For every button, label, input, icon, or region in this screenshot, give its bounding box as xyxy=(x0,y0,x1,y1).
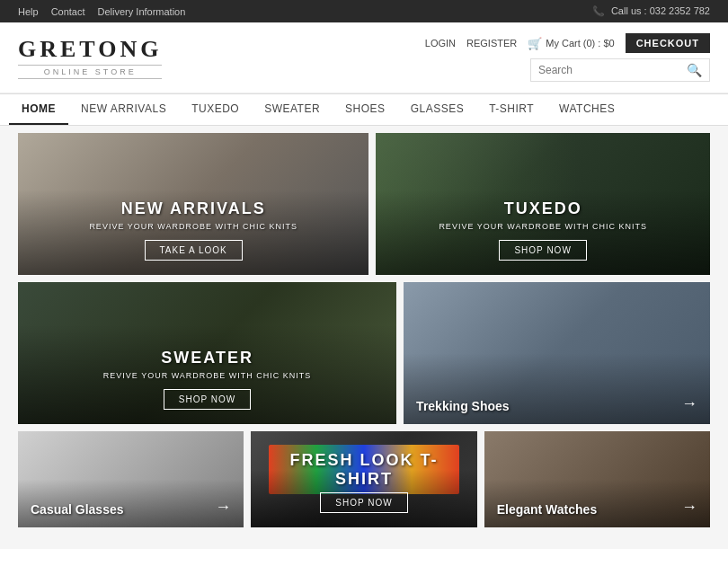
banner-glasses-label: Casual Glasses xyxy=(31,502,124,517)
nav-watches[interactable]: WATCHES xyxy=(546,94,627,125)
top-bar: Help Contact Delivery Information 📞 Call… xyxy=(0,0,728,22)
nav-tuxedo[interactable]: TUXEDO xyxy=(179,94,252,125)
banner-sweater-overlay: SWEATER REVIVE YOUR WARDROBE WITH CHIC K… xyxy=(18,334,396,424)
phone-area: 📞 Call us : 032 2352 782 xyxy=(592,5,710,17)
search-input[interactable] xyxy=(538,64,687,76)
header: GRETONG ONLINE STORE LOGIN REGISTER 🛒 My… xyxy=(0,22,728,93)
top-bar-links: Help Contact Delivery Information xyxy=(18,6,185,17)
banner-glasses-arrow: → xyxy=(215,498,231,517)
cart-icon: 🛒 xyxy=(528,37,542,50)
nav-new-arrivals[interactable]: NEW ARRIVALS xyxy=(68,94,179,125)
phone-icon: 📞 xyxy=(592,5,605,16)
cart-label: My Cart (0) : $0 xyxy=(546,38,614,49)
banner-watches-arrow: → xyxy=(681,498,697,517)
banner-glasses[interactable]: Casual Glasses → xyxy=(18,431,244,527)
header-actions: LOGIN REGISTER 🛒 My Cart (0) : $0 CHECKO… xyxy=(425,33,710,53)
main-nav: HOME NEW ARRIVALS TUXEDO SWEATER SHOES G… xyxy=(0,93,728,126)
header-right: LOGIN REGISTER 🛒 My Cart (0) : $0 CHECKO… xyxy=(425,33,710,82)
banner-new-arrivals-button[interactable]: TAKE A LOOK xyxy=(145,240,243,261)
banner-tuxedo-subtitle: REVIVE YOUR WARDROBE WITH CHIC KNITS xyxy=(390,222,696,231)
nav-glasses[interactable]: GLASSES xyxy=(398,94,477,125)
help-link[interactable]: Help xyxy=(18,6,39,17)
search-bar: 🔍 xyxy=(530,58,710,82)
banner-tshirt-title: FRESH LOOK T-SHIRT xyxy=(265,451,462,489)
banner-row-1: NEW ARRIVALS REVIVE YOUR WARDROBE WITH C… xyxy=(18,133,710,275)
contact-link[interactable]: Contact xyxy=(51,6,85,17)
banner-new-arrivals[interactable]: NEW ARRIVALS REVIVE YOUR WARDROBE WITH C… xyxy=(18,133,368,275)
banner-new-arrivals-title: NEW ARRIVALS xyxy=(32,199,354,218)
phone-number: Call us : 032 2352 782 xyxy=(611,5,710,16)
banner-tuxedo-title: TUXEDO xyxy=(390,199,696,218)
nav-sweater[interactable]: SWEATER xyxy=(252,94,333,125)
register-link[interactable]: REGISTER xyxy=(466,38,517,49)
banner-new-arrivals-subtitle: REVIVE YOUR WARDROBE WITH CHIC KNITS xyxy=(32,222,354,231)
banner-new-arrivals-overlay: NEW ARRIVALS REVIVE YOUR WARDROBE WITH C… xyxy=(18,185,368,275)
nav-home[interactable]: HOME xyxy=(9,94,68,125)
logo-name: GRETONG xyxy=(18,36,162,63)
banner-watches[interactable]: Elegant Watches → xyxy=(484,431,710,527)
banner-row-2: SWEATER REVIVE YOUR WARDROBE WITH CHIC K… xyxy=(18,282,710,424)
page-wrapper: Help Contact Delivery Information 📞 Call… xyxy=(0,0,728,584)
checkout-button[interactable]: CHECKOUT xyxy=(626,33,710,53)
banner-sweater[interactable]: SWEATER REVIVE YOUR WARDROBE WITH CHIC K… xyxy=(18,282,396,424)
logo-subtitle: ONLINE STORE xyxy=(18,65,162,79)
search-icon[interactable]: 🔍 xyxy=(687,63,702,77)
banner-sweater-button[interactable]: SHOP NOW xyxy=(164,389,251,410)
nav-shoes[interactable]: SHOES xyxy=(333,94,398,125)
logo[interactable]: GRETONG ONLINE STORE xyxy=(18,36,162,79)
banner-shoes[interactable]: Trekking Shoes → xyxy=(404,282,710,424)
banner-shoes-arrow: → xyxy=(681,394,697,413)
main-content: NEW ARRIVALS REVIVE YOUR WARDROBE WITH C… xyxy=(0,126,728,549)
banner-shoes-label: Trekking Shoes xyxy=(416,399,509,413)
banner-tshirt-overlay: FRESH LOOK T-SHIRT SHOP NOW xyxy=(251,437,476,527)
nav-tshirt[interactable]: T-SHIRT xyxy=(476,94,546,125)
banner-tuxedo-overlay: TUXEDO REVIVE YOUR WARDROBE WITH CHIC KN… xyxy=(376,185,710,275)
banner-row-3: Casual Glasses → FRESH LOOK T-SHIRT SHOP… xyxy=(18,431,710,527)
banner-sweater-subtitle: REVIVE YOUR WARDROBE WITH CHIC KNITS xyxy=(32,371,382,380)
login-link[interactable]: LOGIN xyxy=(425,38,456,49)
cart-area[interactable]: 🛒 My Cart (0) : $0 xyxy=(528,37,614,50)
banner-watches-label: Elegant Watches xyxy=(497,502,598,517)
banner-tuxedo-button[interactable]: SHOP NOW xyxy=(499,240,586,261)
banner-tshirt-button[interactable]: SHOP NOW xyxy=(320,492,407,513)
banner-sweater-title: SWEATER xyxy=(32,349,382,367)
delivery-link[interactable]: Delivery Information xyxy=(98,6,186,17)
banner-tuxedo[interactable]: TUXEDO REVIVE YOUR WARDROBE WITH CHIC KN… xyxy=(376,133,710,275)
banner-tshirt[interactable]: FRESH LOOK T-SHIRT SHOP NOW xyxy=(251,431,476,527)
